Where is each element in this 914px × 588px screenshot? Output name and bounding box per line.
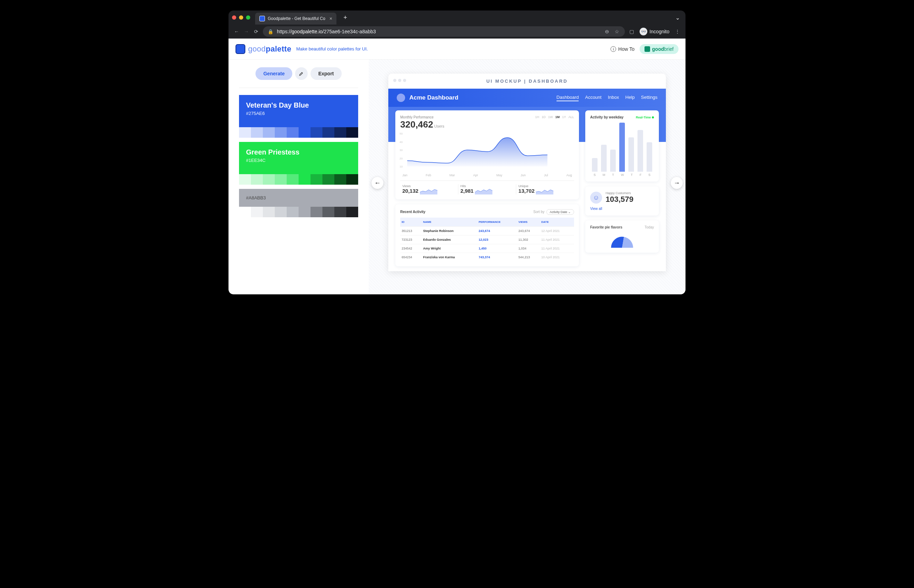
swatch[interactable] xyxy=(287,127,299,138)
swatch[interactable] xyxy=(239,174,251,185)
palette-hex: #A8ABB3 xyxy=(246,195,351,200)
reload-icon[interactable]: ⟳ xyxy=(253,28,259,35)
mockup-nav: Acme Dashboard DashboardAccountInboxHelp… xyxy=(388,89,666,107)
range-option[interactable]: ALL xyxy=(568,115,574,119)
swatch[interactable] xyxy=(310,127,323,138)
next-mockup-button[interactable]: → xyxy=(671,177,683,189)
bookmark-icon[interactable]: ☆ xyxy=(614,28,620,35)
weekday-card: Activity by weekday Real-Time SMTWTFS xyxy=(585,110,659,181)
url-text: https://goodpalette.io/275ae6-1ee34c-a8a… xyxy=(277,29,376,34)
new-tab-button[interactable]: + xyxy=(341,13,350,22)
weekday-chart xyxy=(590,123,654,172)
happy-customers-card: ☺ Happy Customers 103,579 View all xyxy=(585,186,659,215)
realtime-badge: Real-Time xyxy=(636,116,654,119)
palette-group[interactable]: Green Priestess #1EE34C xyxy=(239,142,358,185)
swatch[interactable] xyxy=(251,127,263,138)
table-row[interactable]: 654234Franziska von Karma743,374544,2131… xyxy=(400,253,574,262)
swatch[interactable] xyxy=(287,207,299,217)
swatch[interactable] xyxy=(346,127,358,138)
howto-link[interactable]: i How To xyxy=(610,46,634,52)
table-row[interactable]: 234542Amy Wright1,4501,03411 April 2021 xyxy=(400,244,574,253)
mockup-nav-item[interactable]: Help xyxy=(625,95,635,101)
palette-group[interactable]: Veteran's Day Blue #275AE6 xyxy=(239,95,358,138)
close-window-icon[interactable] xyxy=(232,15,236,19)
happy-value: 103,579 xyxy=(606,195,634,204)
mockup-nav-item[interactable]: Settings xyxy=(641,95,657,101)
view-all-link[interactable]: View all xyxy=(590,207,654,211)
swatch[interactable] xyxy=(310,207,323,217)
swatch[interactable] xyxy=(263,127,275,138)
prev-mockup-button[interactable]: ← xyxy=(371,177,383,189)
mini-stat: Hits 2,981 xyxy=(459,184,517,194)
swatch[interactable] xyxy=(323,127,334,138)
range-option[interactable]: 1W xyxy=(548,115,553,119)
forward-icon[interactable]: → xyxy=(243,28,250,35)
pie-chart xyxy=(590,232,654,248)
mockup-nav-item[interactable]: Account xyxy=(585,95,601,101)
swatch[interactable] xyxy=(239,127,251,138)
bar xyxy=(647,142,652,172)
table-title: Recent Activity xyxy=(400,210,425,214)
range-option[interactable]: 1H xyxy=(535,115,539,119)
swatch[interactable] xyxy=(346,174,358,185)
close-tab-icon[interactable]: × xyxy=(329,16,332,21)
swatch[interactable] xyxy=(334,174,346,185)
bar xyxy=(628,137,634,172)
palette-hex: #1EE34C xyxy=(246,158,351,163)
export-button[interactable]: Export xyxy=(310,67,341,80)
info-icon: i xyxy=(610,46,616,52)
swatch[interactable] xyxy=(263,174,275,185)
palette-panel: Generate Export Veteran's Day Blue #275A… xyxy=(228,60,369,294)
zoom-icon[interactable]: ⊖ xyxy=(604,28,610,35)
svg-text:10: 10 xyxy=(399,165,403,168)
table-row[interactable]: 723123Eduardo Gonzales12,02311,30211 Apr… xyxy=(400,235,574,244)
mockup-nav-item[interactable]: Dashboard xyxy=(557,95,579,101)
browser-tab[interactable]: Goodpalette - Get Beautiful Co × xyxy=(255,13,336,24)
swatch[interactable] xyxy=(263,207,275,217)
range-option[interactable]: 1Y xyxy=(562,115,566,119)
sort-select[interactable]: Activity Date ⌄ xyxy=(546,209,574,215)
mockup-nav-item[interactable]: Inbox xyxy=(608,95,619,101)
range-option[interactable]: 1D xyxy=(541,115,546,119)
swatch[interactable] xyxy=(287,174,299,185)
swatch[interactable] xyxy=(310,174,323,185)
eyedropper-button[interactable] xyxy=(295,67,308,80)
incognito-badge[interactable]: 👓 Incognito xyxy=(639,28,669,36)
swatch[interactable] xyxy=(323,174,334,185)
swatch[interactable] xyxy=(323,207,334,217)
swatch[interactable] xyxy=(275,127,287,138)
back-icon[interactable]: ← xyxy=(233,28,240,35)
minimize-window-icon[interactable] xyxy=(239,15,243,19)
ui-mockup: UI MOCKUP | DASHBOARD Acme Dashboard Das… xyxy=(388,74,666,271)
bar xyxy=(610,150,616,172)
swatch[interactable] xyxy=(251,174,263,185)
swatch[interactable] xyxy=(275,174,287,185)
site-logo[interactable]: goodpalette xyxy=(236,44,291,54)
mini-stat: Unique 13,702 xyxy=(516,184,574,194)
page-viewport: goodpalette Make beautiful color palette… xyxy=(228,39,686,294)
tabs-menu-icon[interactable]: ⌄ xyxy=(675,15,682,21)
swatch[interactable] xyxy=(299,207,310,217)
table-row[interactable]: 351213Stephanie Robinson243,674243,67412… xyxy=(400,226,574,235)
svg-text:50: 50 xyxy=(399,132,403,135)
range-option[interactable]: 1M xyxy=(555,115,560,119)
swatch[interactable] xyxy=(299,127,310,138)
palette-group[interactable]: #A8ABB3 xyxy=(239,189,358,217)
maximize-window-icon[interactable] xyxy=(246,15,250,19)
swatch[interactable] xyxy=(239,207,251,217)
swatch[interactable] xyxy=(275,207,287,217)
svg-text:20: 20 xyxy=(399,157,403,160)
favicon-icon xyxy=(259,16,265,21)
swatch[interactable] xyxy=(299,174,310,185)
address-bar[interactable]: 🔒 https://goodpalette.io/275ae6-1ee34c-a… xyxy=(263,26,625,37)
swatch[interactable] xyxy=(251,207,263,217)
swatch[interactable] xyxy=(346,207,358,217)
generate-button[interactable]: Generate xyxy=(255,67,292,80)
goodbrief-button[interactable]: goodbrief xyxy=(639,44,678,54)
site-tagline: Make beautiful color palettes for UI. xyxy=(296,46,368,52)
browser-menu-icon[interactable]: ⋮ xyxy=(674,28,681,35)
panel-icon[interactable]: ▢ xyxy=(628,28,635,35)
swatch[interactable] xyxy=(334,207,346,217)
palette-name: Veteran's Day Blue xyxy=(246,101,351,109)
swatch[interactable] xyxy=(334,127,346,138)
